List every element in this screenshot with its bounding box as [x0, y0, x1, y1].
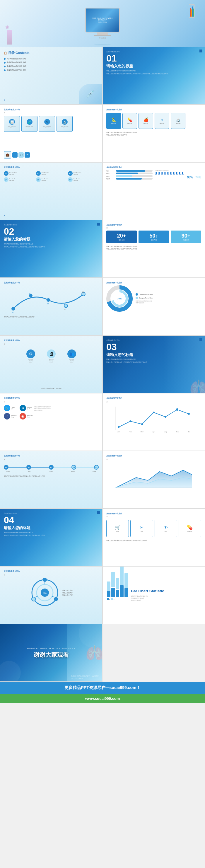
statsboxes-sub: 某	[106, 227, 201, 229]
svg-text:核心: 核心	[42, 592, 47, 594]
stat-num-2: 50↑	[149, 233, 158, 239]
timeline-row: 01 02 03 04 05	[4, 465, 99, 470]
slides-grid: 📋 目录 Contents 免疫细胞治疗的项目介绍 免疫细胞治疗的项目介绍 免疫…	[0, 47, 205, 682]
toc-dot-3	[4, 66, 6, 67]
scissors-label: Edit	[141, 531, 143, 532]
med-icon-box-3: 🍎 Item Title	[139, 113, 153, 129]
eye-label: View	[165, 531, 167, 532]
person-9: 👤	[178, 172, 181, 175]
stat-box-2: 50↑ 项目介绍	[139, 230, 169, 243]
slide-barstat: A B Bar Chart Statistic 请输入正文内容请输入正文 内容请…	[102, 566, 205, 624]
infographic-body: 项目一 项目二 项目三	[106, 170, 201, 181]
pencil1	[191, 8, 191, 17]
svg-text:Jul: Jul	[188, 431, 190, 433]
tl-line-3	[54, 467, 71, 468]
person-3: 👤	[161, 172, 163, 175]
scope-icon: 🔬	[176, 118, 181, 122]
thanks-circle2	[0, 661, 21, 682]
slide02-body: 请输入正文内容请输入正文内容请输入正文内容请输入正文内容	[4, 246, 99, 248]
process-label: 点击添加数字文字内	[4, 339, 99, 342]
tl-label-5: 阶段五	[90, 471, 99, 472]
toc-icon: 📋	[4, 52, 7, 55]
database-icon: 🗄	[47, 349, 56, 358]
tl-label-3: 阶段三	[47, 471, 56, 472]
stat-box-3: 90+ 项目介绍	[171, 230, 201, 243]
slide-title02-content: 点击添加数字文字内 02 请输入您的标题 请输入您的副标题请输入您的副标题请输入…	[0, 220, 102, 277]
slide04-label: 点击添加数字文字内	[4, 513, 99, 514]
toc-photo-icon: 💉	[79, 84, 102, 104]
numbersteps-label: 点击添加数字文字内	[4, 166, 99, 169]
process-sub-3: 描述文字	[70, 362, 73, 363]
people-icons: 👤 👤 👤 👤 👤 👤 👤 👤 👤 👤	[155, 172, 201, 175]
eye-icon: 👁	[163, 525, 168, 530]
cycle-svg: 核心	[30, 578, 60, 607]
slide03-photo: 🫁	[164, 336, 205, 393]
people-label: Clarification of Information	[155, 170, 201, 172]
process-sub-2: 描述文字	[49, 362, 53, 363]
twitter-label: Twitter@username	[11, 407, 18, 409]
slide02-label: 点击添加数字文字内	[4, 224, 99, 225]
svg-text:04: 04	[64, 309, 66, 311]
tl-line-1	[8, 467, 26, 468]
hbar-2-label: 项目二	[106, 173, 115, 174]
decor-vase	[7, 30, 12, 44]
stats-row: 20+ 项目介绍 50↑ 项目介绍 90+ 项目介绍	[106, 230, 201, 243]
slide02-accent	[97, 223, 100, 225]
svg-point-18	[141, 423, 143, 425]
bar-a4	[120, 585, 124, 597]
icon-box-1-sub: Sub text	[10, 127, 13, 129]
tl-line-2	[31, 467, 49, 468]
slide-donut: 点击添加数字文字内 70%	[102, 278, 205, 335]
small-icon-3: 👁	[25, 152, 30, 158]
donut-chart-wrap: 70%	[106, 285, 133, 312]
bottom-banner: 更多精品PPT资源尽在—sucai999.com！	[0, 682, 205, 694]
bar-b1	[107, 582, 110, 591]
bar-col-4	[120, 566, 124, 597]
icon-box-1: 📊 Item Title Here Sub text	[4, 116, 20, 132]
monitor-shadow	[94, 44, 111, 45]
slide-title01-content: 点击添加数字文字内 01 请输入您的标题 请输入您的副标题请输入您的副标题请输入…	[103, 47, 205, 104]
rss-label: RSS Feed/feed	[27, 415, 33, 418]
bar-col-5	[125, 573, 128, 597]
med-icon-box-2: 💊 Item Title	[123, 113, 137, 129]
legend-item-2: Category Name Here	[136, 297, 201, 299]
svg-point-3	[64, 304, 68, 308]
slide02-number: 02	[4, 227, 99, 236]
scissors-icon: ✂	[140, 525, 143, 530]
slide-areachart-content: 点击添加数字文字内 某	[103, 451, 205, 508]
slide01-title: 请输入您的标题	[106, 64, 201, 69]
hbar-3-track	[116, 175, 152, 177]
med-pill-box: 💊 Medicine	[179, 520, 201, 537]
snake-path-area: 01 02 03 04 05	[4, 285, 99, 315]
process-footer: 请输入正文内容请输入正文内容	[4, 388, 99, 389]
barstat-right: Bar Chart Statistic 请输入正文内容请输入正文 内容请输入正文…	[131, 571, 201, 620]
bar-b3	[116, 578, 119, 589]
person-1: 👤	[155, 172, 158, 175]
slide02-subtitle: 请输入您的副标题请输入您的副标题请输入您	[4, 243, 99, 245]
svg-point-0	[11, 307, 15, 311]
step-text-4: Line Text HereSub Text	[9, 178, 17, 181]
toc-item-2: 免疫细胞治疗的项目介绍	[4, 61, 99, 64]
linechart-label: 点击添加数字文字内	[106, 397, 201, 400]
pill-icon: 💊	[127, 118, 132, 122]
svg-text:May: May	[164, 431, 167, 433]
slide03-accent	[199, 338, 202, 341]
person-7: 👤	[172, 172, 175, 175]
step-text-2: Line Text HereSub Text	[42, 172, 49, 175]
legend-a-dot	[107, 598, 109, 600]
apple-icon: 🍎	[143, 118, 148, 122]
linkedin-label: LinkedIn/profile	[27, 407, 32, 409]
barstat-legend: A B	[107, 598, 128, 600]
green-bar: www.sucai999.com	[0, 694, 205, 703]
step-num-5: 05	[36, 177, 41, 182]
rss-icon: ◉	[20, 413, 26, 420]
statsboxes-body: 请输入正文内容请输入正文内容请输入正文内容 请输入正文内容请输入正文内容请输入正…	[106, 246, 201, 250]
social-col-right: in LinkedIn/profile ◉ RSS Feed/feed	[20, 405, 33, 420]
monitor-wrapper: MEDICAL HEALTH WORK SUMMARY 医学医疗通用模版 里马图…	[85, 8, 120, 39]
tl-step-5: 05	[94, 465, 99, 470]
process-label-1: 项目名称	[28, 359, 33, 361]
bar-col-3	[116, 578, 119, 597]
process-arrow-1	[38, 356, 44, 356]
svg-point-2	[46, 298, 50, 302]
slide-cycle: 点击添加数字文字内 某 核心	[0, 566, 102, 624]
